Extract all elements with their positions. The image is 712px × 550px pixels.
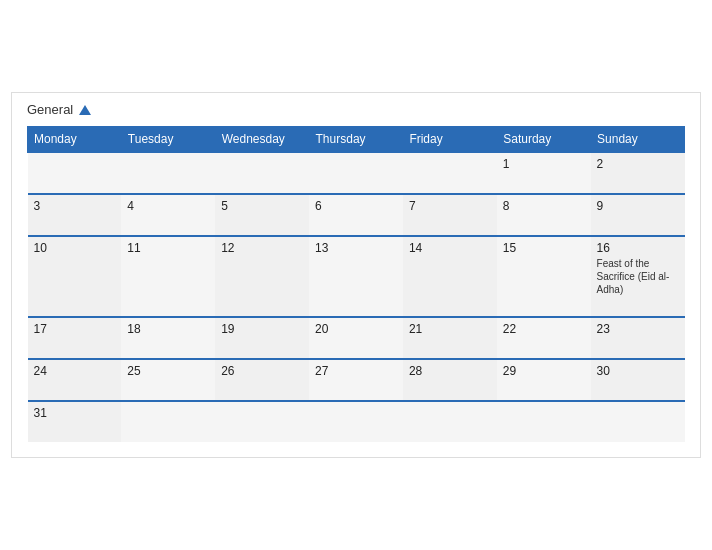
calendar-cell: 20 — [309, 317, 403, 359]
weekday-header-row: MondayTuesdayWednesdayThursdayFridaySatu… — [28, 126, 685, 152]
week-row-1: 12 — [28, 152, 685, 194]
calendar-cell: 4 — [121, 194, 215, 236]
week-row-5: 24252627282930 — [28, 359, 685, 401]
weekday-header-tuesday: Tuesday — [121, 126, 215, 152]
calendar-cell: 31 — [28, 401, 122, 442]
calendar-cell — [121, 401, 215, 442]
week-row-3: 10111213141516Feast of the Sacrifice (Ei… — [28, 236, 685, 317]
weekday-header-wednesday: Wednesday — [215, 126, 309, 152]
calendar-cell: 15 — [497, 236, 591, 317]
day-number: 23 — [597, 322, 679, 336]
calendar-cell — [28, 152, 122, 194]
day-number: 11 — [127, 241, 209, 255]
calendar-cell: 24 — [28, 359, 122, 401]
calendar-cell: 25 — [121, 359, 215, 401]
calendar-cell: 26 — [215, 359, 309, 401]
day-number: 30 — [597, 364, 679, 378]
day-number: 14 — [409, 241, 491, 255]
calendar-cell: 13 — [309, 236, 403, 317]
calendar-cell — [309, 401, 403, 442]
calendar-cell: 14 — [403, 236, 497, 317]
week-row-6: 31 — [28, 401, 685, 442]
calendar-header: General — [27, 103, 685, 117]
calendar-cell: 23 — [591, 317, 685, 359]
day-number: 20 — [315, 322, 397, 336]
calendar-cell: 30 — [591, 359, 685, 401]
weekday-header-monday: Monday — [28, 126, 122, 152]
day-number: 5 — [221, 199, 303, 213]
calendar-cell: 18 — [121, 317, 215, 359]
day-number: 18 — [127, 322, 209, 336]
day-number: 1 — [503, 157, 585, 171]
weekday-header-thursday: Thursday — [309, 126, 403, 152]
day-number: 6 — [315, 199, 397, 213]
logo: General — [27, 103, 91, 117]
calendar-cell: 22 — [497, 317, 591, 359]
day-number: 17 — [34, 322, 116, 336]
day-number: 12 — [221, 241, 303, 255]
calendar-cell — [121, 152, 215, 194]
weekday-header-friday: Friday — [403, 126, 497, 152]
calendar-cell: 6 — [309, 194, 403, 236]
day-number: 24 — [34, 364, 116, 378]
day-number: 22 — [503, 322, 585, 336]
day-number: 15 — [503, 241, 585, 255]
event-label: Feast of the Sacrifice (Eid al-Adha) — [597, 257, 679, 296]
day-number: 28 — [409, 364, 491, 378]
day-number: 3 — [34, 199, 116, 213]
calendar-cell: 21 — [403, 317, 497, 359]
calendar-cell: 8 — [497, 194, 591, 236]
calendar-cell: 10 — [28, 236, 122, 317]
logo-triangle-icon — [79, 105, 91, 115]
calendar-cell: 2 — [591, 152, 685, 194]
calendar-cell: 27 — [309, 359, 403, 401]
calendar-cell — [309, 152, 403, 194]
day-number: 13 — [315, 241, 397, 255]
week-row-4: 17181920212223 — [28, 317, 685, 359]
calendar-cell: 3 — [28, 194, 122, 236]
calendar-cell: 11 — [121, 236, 215, 317]
day-number: 31 — [34, 406, 116, 420]
day-number: 21 — [409, 322, 491, 336]
day-number: 4 — [127, 199, 209, 213]
logo-general-text: General — [27, 103, 91, 117]
calendar-table: MondayTuesdayWednesdayThursdayFridaySatu… — [27, 126, 685, 442]
weekday-header-sunday: Sunday — [591, 126, 685, 152]
day-number: 26 — [221, 364, 303, 378]
day-number: 9 — [597, 199, 679, 213]
day-number: 8 — [503, 199, 585, 213]
calendar-cell — [215, 152, 309, 194]
calendar-cell: 16Feast of the Sacrifice (Eid al-Adha) — [591, 236, 685, 317]
calendar-cell: 5 — [215, 194, 309, 236]
day-number: 10 — [34, 241, 116, 255]
calendar-cell: 19 — [215, 317, 309, 359]
calendar-cell: 12 — [215, 236, 309, 317]
day-number: 19 — [221, 322, 303, 336]
day-number: 7 — [409, 199, 491, 213]
calendar-cell: 29 — [497, 359, 591, 401]
day-number: 29 — [503, 364, 585, 378]
calendar-cell: 28 — [403, 359, 497, 401]
week-row-2: 3456789 — [28, 194, 685, 236]
day-number: 25 — [127, 364, 209, 378]
day-number: 2 — [597, 157, 679, 171]
calendar-cell: 17 — [28, 317, 122, 359]
day-number: 16 — [597, 241, 679, 255]
calendar-cell — [403, 401, 497, 442]
calendar-cell — [497, 401, 591, 442]
calendar-cell — [591, 401, 685, 442]
weekday-header-saturday: Saturday — [497, 126, 591, 152]
calendar-cell — [403, 152, 497, 194]
day-number: 27 — [315, 364, 397, 378]
calendar-wrapper: General MondayTuesdayWednesdayThursdayFr… — [11, 92, 701, 457]
calendar-cell: 1 — [497, 152, 591, 194]
calendar-cell: 7 — [403, 194, 497, 236]
calendar-cell: 9 — [591, 194, 685, 236]
calendar-thead: MondayTuesdayWednesdayThursdayFridaySatu… — [28, 126, 685, 152]
calendar-tbody: 12345678910111213141516Feast of the Sacr… — [28, 152, 685, 442]
calendar-cell — [215, 401, 309, 442]
